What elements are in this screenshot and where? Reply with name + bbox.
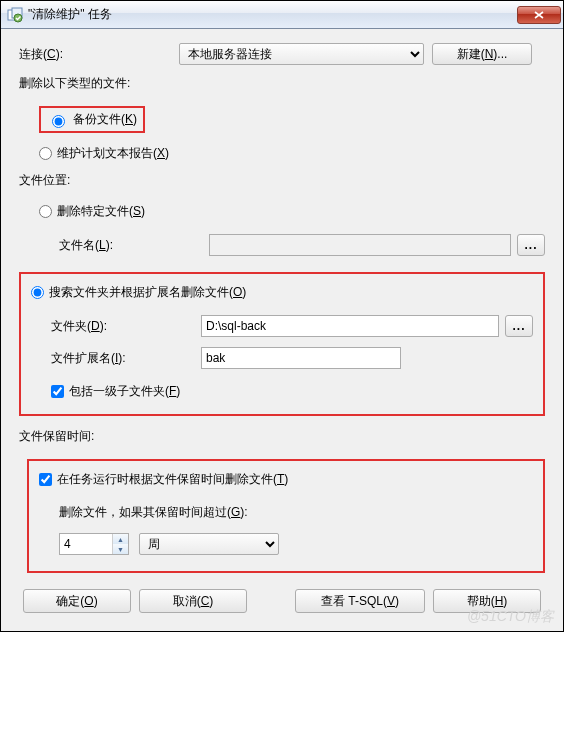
connection-label: 连接(C): xyxy=(19,46,179,63)
filename-row: 文件名(L): ... xyxy=(59,234,545,256)
delete-by-age-row: 在任务运行时根据文件保留时间删除文件(T) xyxy=(39,471,533,488)
delete-types-label: 删除以下类型的文件: xyxy=(19,75,545,92)
folder-label: 文件夹(D): xyxy=(51,318,201,335)
radio-delete-specific[interactable] xyxy=(39,205,52,218)
spinner-arrows[interactable]: ▲▼ xyxy=(112,534,128,554)
connection-select[interactable]: 本地服务器连接 xyxy=(179,43,424,65)
folder-row: 文件夹(D): ... xyxy=(51,315,533,337)
task-icon xyxy=(7,7,23,23)
extension-input[interactable] xyxy=(201,347,401,369)
window-title: "清除维护" 任务 xyxy=(28,6,517,23)
close-button[interactable] xyxy=(517,6,561,24)
checkbox-delete-by-age[interactable] xyxy=(39,473,52,486)
radio-backup-files[interactable] xyxy=(52,115,65,128)
retention-label: 文件保留时间: xyxy=(19,428,545,445)
highlight-search-folder: 搜索文件夹并根据扩展名删除文件(O) 文件夹(D): ... 文件扩展名(I):… xyxy=(19,272,545,416)
browse-filename-button[interactable]: ... xyxy=(517,234,545,256)
ok-button[interactable]: 确定(O) xyxy=(23,589,131,613)
connection-row: 连接(C): 本地服务器连接 新建(N)... xyxy=(19,43,545,65)
age-row: ▲▼ 周 xyxy=(59,533,533,555)
include-sub-row: 包括一级子文件夹(F) xyxy=(51,383,533,400)
button-bar: 确定(O) 取消(C) 查看 T-SQL(V) 帮助(H) xyxy=(19,589,545,613)
dialog-window: "清除维护" 任务 连接(C): 本地服务器连接 新建(N)... 删除以下类型… xyxy=(0,0,564,632)
spin-up-icon[interactable]: ▲ xyxy=(113,534,128,544)
filename-input xyxy=(209,234,511,256)
highlight-backup: 备份文件(K) xyxy=(39,106,145,133)
new-connection-button[interactable]: 新建(N)... xyxy=(432,43,532,65)
age-spinner[interactable]: ▲▼ xyxy=(59,533,129,555)
browse-folder-button[interactable]: ... xyxy=(505,315,533,337)
folder-input[interactable] xyxy=(201,315,499,337)
view-tsql-button[interactable]: 查看 T-SQL(V) xyxy=(295,589,425,613)
delete-older-label: 删除文件，如果其保留时间超过(G): xyxy=(59,504,533,521)
file-location-label: 文件位置: xyxy=(19,172,545,189)
radio-specific-label: 删除特定文件(S) xyxy=(57,203,145,220)
delete-by-age-label: 在任务运行时根据文件保留时间删除文件(T) xyxy=(57,471,288,488)
age-unit-select[interactable]: 周 xyxy=(139,533,279,555)
age-value-input[interactable] xyxy=(60,534,112,554)
titlebar: "清除维护" 任务 xyxy=(1,1,563,29)
checkbox-include-subfolders[interactable] xyxy=(51,385,64,398)
radio-specific-row: 删除特定文件(S) xyxy=(39,203,545,220)
extension-label: 文件扩展名(I): xyxy=(51,350,201,367)
include-sub-label: 包括一级子文件夹(F) xyxy=(69,383,180,400)
radio-report[interactable] xyxy=(39,147,52,160)
radio-search-row: 搜索文件夹并根据扩展名删除文件(O) xyxy=(31,284,533,301)
radio-search-folder[interactable] xyxy=(31,286,44,299)
cancel-button[interactable]: 取消(C) xyxy=(139,589,247,613)
radio-report-row: 维护计划文本报告(X) xyxy=(39,145,545,162)
extension-row: 文件扩展名(I): xyxy=(51,347,533,369)
filename-label: 文件名(L): xyxy=(59,237,209,254)
highlight-retention: 在任务运行时根据文件保留时间删除文件(T) 删除文件，如果其保留时间超过(G):… xyxy=(27,459,545,573)
radio-search-label: 搜索文件夹并根据扩展名删除文件(O) xyxy=(49,284,246,301)
help-button[interactable]: 帮助(H) xyxy=(433,589,541,613)
spin-down-icon[interactable]: ▼ xyxy=(113,544,128,554)
radio-report-label: 维护计划文本报告(X) xyxy=(57,145,169,162)
radio-backup-label: 备份文件(K) xyxy=(73,111,137,128)
dialog-content: 连接(C): 本地服务器连接 新建(N)... 删除以下类型的文件: 备份文件(… xyxy=(1,29,563,631)
